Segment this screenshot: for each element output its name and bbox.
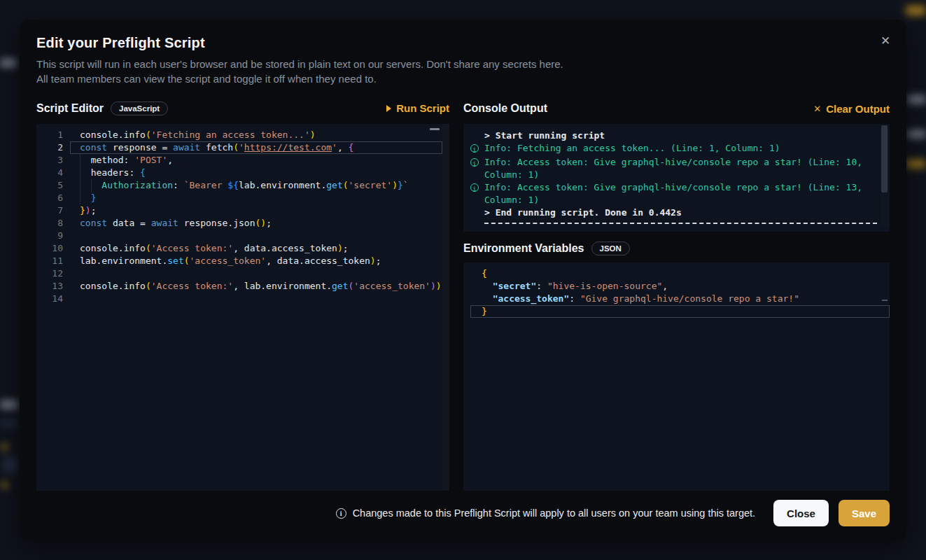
line-number: 2 xyxy=(36,141,63,154)
code-line[interactable]: 1console.info('Fetching an access token.… xyxy=(36,129,442,141)
script-editor-title: Script Editor xyxy=(36,102,104,115)
console-line-text: > End running script. Done in 0.442s xyxy=(484,206,877,219)
indent-guide xyxy=(80,179,80,192)
console-line-indent xyxy=(470,130,484,142)
code-line[interactable]: 11lab.environment.set('access_token', da… xyxy=(36,255,442,267)
line-number: 1 xyxy=(36,129,63,141)
save-button[interactable]: Save xyxy=(839,500,890,526)
line-number: 9 xyxy=(36,230,63,242)
console-line: > End running script. Done in 0.442s xyxy=(470,206,877,219)
modal-description-line2: All team members can view the script and… xyxy=(36,71,890,86)
code-text: console.info('Fetching an access token..… xyxy=(63,129,442,141)
run-script-button[interactable]: Run Script xyxy=(386,102,449,114)
info-icon xyxy=(470,158,479,167)
close-icon[interactable]: ✕ xyxy=(876,31,895,50)
preflight-script-modal: ✕ Edit your Preflight Script This script… xyxy=(20,20,906,540)
backdrop-blob xyxy=(1,482,8,489)
code-line[interactable]: 4 headers: { xyxy=(36,167,442,179)
code-text: const data = await response.json(); xyxy=(63,217,442,230)
line-number: 7 xyxy=(36,204,63,217)
code-text: lab.environment.set('access_token', data… xyxy=(63,255,442,267)
console-line-text: Info: Access token: Give graphql-hive/co… xyxy=(484,181,877,206)
code-text: console.info('Access token:', data.acces… xyxy=(63,242,442,255)
console-scrollbar[interactable] xyxy=(881,125,888,227)
line-number: 4 xyxy=(36,167,63,179)
console-output-panel: > Start running scriptInfo: Fetching an … xyxy=(463,124,890,232)
code-line[interactable]: 8const data = await response.json(); xyxy=(36,217,442,230)
code-text: method: 'POST', xyxy=(63,154,442,167)
code-line[interactable]: 3 method: 'POST', xyxy=(36,154,442,167)
modal-description: This script will run in each user's brow… xyxy=(36,57,890,86)
info-icon xyxy=(336,508,346,519)
backdrop-blob xyxy=(0,400,18,409)
code-text xyxy=(63,293,442,305)
console-line-icon xyxy=(470,181,484,206)
line-number: 13 xyxy=(36,280,63,293)
line-number: 10 xyxy=(36,242,63,255)
footer-note-text: Changes made to this Preflight Script wi… xyxy=(353,507,755,519)
line-number: 11 xyxy=(36,255,63,267)
indent-guide xyxy=(91,179,92,192)
code-line[interactable]: { xyxy=(463,267,890,280)
code-line[interactable]: 7}); xyxy=(36,204,442,217)
code-text xyxy=(63,267,442,280)
code-line[interactable]: 9 xyxy=(36,230,442,242)
console-line: Info: Access token: Give graphql-hive/co… xyxy=(470,181,877,206)
indent-guide xyxy=(80,154,80,167)
modal-title: Edit your Preflight Script xyxy=(36,35,890,51)
console-scrollbar-thumb[interactable] xyxy=(881,125,888,192)
console-line: > Start running script xyxy=(470,130,877,142)
run-script-label: Run Script xyxy=(396,102,449,114)
modal-description-line1: This script will run in each user's brow… xyxy=(36,57,890,71)
close-button[interactable]: Close xyxy=(773,500,829,526)
code-line[interactable]: 10console.info('Access token:', data.acc… xyxy=(36,242,442,255)
console-line-icon xyxy=(470,156,484,181)
code-text xyxy=(63,230,442,242)
javascript-badge: JavaScript xyxy=(111,102,168,115)
json-badge: JSON xyxy=(591,241,630,255)
line-number: 12 xyxy=(36,267,63,280)
script-code-editor[interactable]: 1console.info('Fetching an access token.… xyxy=(36,124,449,491)
code-text: } xyxy=(463,305,890,318)
line-number: 3 xyxy=(36,154,63,167)
line-number: 6 xyxy=(36,192,63,204)
console-line-text: Info: Access token: Give graphql-hive/co… xyxy=(484,156,877,181)
code-text: "secret": "hive-is-open-source", xyxy=(463,280,890,293)
code-text: "access_token": "Give graphql-hive/conso… xyxy=(463,293,890,305)
code-text: }); xyxy=(63,204,442,217)
clear-output-label: Clear Output xyxy=(826,103,890,115)
console-line-icon xyxy=(470,142,484,156)
footer-note: Changes made to this Preflight Script wi… xyxy=(336,507,755,519)
code-text: console.info('Access token:', lab.enviro… xyxy=(63,280,447,293)
code-text: { xyxy=(463,267,890,280)
backdrop-blob xyxy=(907,130,926,138)
backdrop-blob xyxy=(906,160,926,168)
code-line[interactable]: 14 xyxy=(36,293,442,305)
console-line-text: > Start running script xyxy=(484,130,877,142)
code-text: Authorization: `Bearer ${lab.environment… xyxy=(63,179,442,192)
line-number: 14 xyxy=(36,293,63,305)
info-icon xyxy=(470,183,479,192)
indent-guide xyxy=(80,167,80,179)
play-icon xyxy=(386,105,391,112)
backdrop-blob xyxy=(906,6,926,15)
environment-variables-title: Environment Variables xyxy=(463,242,584,255)
code-text: headers: { xyxy=(63,167,442,179)
code-line[interactable]: "access_token": "Give graphql-hive/conso… xyxy=(463,293,890,305)
environment-variables-editor[interactable]: { "secret": "hive-is-open-source", "acce… xyxy=(463,262,890,491)
indent-guide xyxy=(80,192,80,204)
code-line[interactable]: "secret": "hive-is-open-source", xyxy=(463,280,890,293)
code-line[interactable]: 2const response = await fetch('https://t… xyxy=(36,141,442,154)
code-line[interactable]: 12 xyxy=(36,267,442,280)
code-line[interactable]: 13console.info('Access token:', lab.envi… xyxy=(36,280,442,293)
backdrop-blob xyxy=(3,456,17,473)
code-line[interactable]: 6 } xyxy=(36,192,442,204)
backdrop-blob xyxy=(0,59,17,67)
line-number: 5 xyxy=(36,179,63,192)
console-line-text: Info: Fetching an access token... (Line:… xyxy=(484,142,877,156)
code-text: } xyxy=(63,192,442,204)
clear-output-button[interactable]: ✕ Clear Output xyxy=(813,103,890,115)
code-line[interactable]: } xyxy=(463,305,890,318)
backdrop-blob xyxy=(1,444,8,451)
code-line[interactable]: 5 Authorization: `Bearer ${lab.environme… xyxy=(36,179,442,192)
